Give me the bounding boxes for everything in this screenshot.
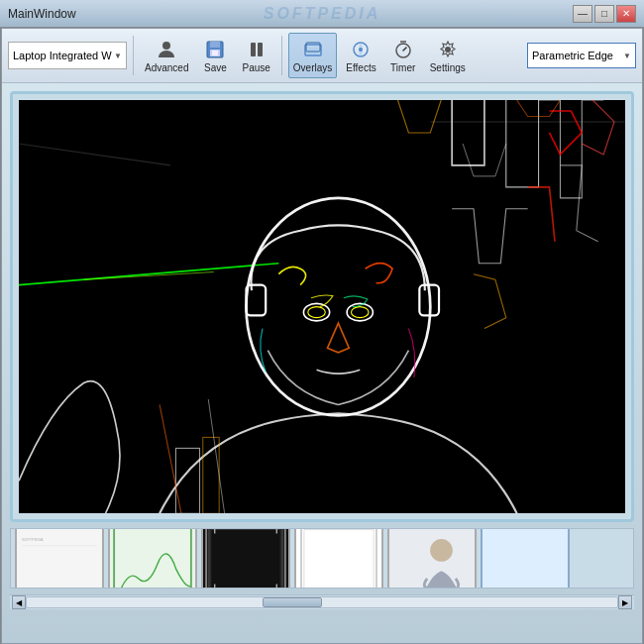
thumbnail-3[interactable] [201, 528, 290, 589]
svg-text:SOFTPEDIA: SOFTPEDIA [22, 538, 44, 542]
svg-point-0 [162, 42, 170, 50]
watermark: SOFTPEDIA [264, 5, 381, 23]
content-area: SOFTPEDIA [2, 83, 642, 617]
svg-line-14 [403, 48, 406, 51]
device-dropdown-arrow: ▼ [114, 52, 122, 60]
settings-label: Settings [430, 62, 466, 73]
scroll-right-button[interactable]: ▶ [618, 595, 632, 609]
thumbnail-2[interactable] [108, 528, 197, 589]
effects-icon [350, 39, 372, 60]
pause-button[interactable]: Pause [237, 33, 274, 78]
scrollbar-thumb[interactable] [263, 597, 322, 607]
effects-button[interactable]: Effects [341, 33, 380, 78]
toolbar: Laptop Integrated W ▼ Advanced [2, 29, 642, 83]
svg-point-11 [359, 48, 363, 52]
svg-rect-42 [296, 528, 380, 589]
video-container [10, 91, 634, 522]
window-title: MainWindow [8, 7, 76, 21]
edge-detection-canvas [19, 100, 625, 513]
pause-label: Pause [242, 62, 269, 73]
thumbnail-6[interactable] [481, 528, 570, 589]
effect-dropdown-label: Parametric Edge [532, 50, 613, 61]
effect-dropdown-arrow: ▼ [623, 52, 631, 60]
toolbar-separator-2 [281, 36, 282, 75]
maximize-button[interactable]: □ [594, 5, 614, 23]
pause-icon [246, 39, 268, 60]
timer-icon [392, 39, 414, 60]
svg-point-46 [430, 539, 453, 562]
settings-icon [437, 39, 459, 60]
svg-rect-17 [19, 100, 625, 513]
person-icon [156, 39, 177, 60]
close-button[interactable]: ✕ [616, 5, 636, 23]
thumbnails-strip: SOFTPEDIA [10, 528, 634, 589]
scroll-left-button[interactable]: ◀ [12, 595, 26, 609]
thumbnail-1[interactable]: SOFTPEDIA [15, 528, 104, 589]
thumbnail-5[interactable] [387, 528, 477, 589]
save-icon [204, 39, 226, 60]
svg-rect-4 [212, 51, 218, 55]
toolbar-separator-1 [133, 36, 134, 75]
svg-rect-38 [203, 528, 287, 589]
overlays-label: Overlays [293, 62, 332, 73]
svg-rect-2 [210, 42, 220, 48]
svg-point-16 [445, 47, 451, 53]
timer-button[interactable]: Timer [385, 33, 421, 78]
advanced-label: Advanced [145, 62, 188, 73]
effects-label: Effects [346, 62, 376, 73]
advanced-button[interactable]: Advanced [140, 33, 193, 78]
video-frame [19, 100, 625, 513]
device-dropdown[interactable]: Laptop Integrated W ▼ [8, 42, 127, 69]
scrollbar-track[interactable] [26, 596, 618, 608]
save-button[interactable]: Save [197, 33, 233, 78]
thumbnail-4[interactable] [294, 528, 383, 589]
svg-rect-47 [483, 528, 567, 589]
settings-button[interactable]: Settings [425, 33, 471, 78]
effect-dropdown[interactable]: Parametric Edge ▼ [527, 43, 636, 68]
save-label: Save [204, 62, 227, 73]
svg-rect-5 [251, 43, 256, 56]
main-window: Laptop Integrated W ▼ Advanced [1, 28, 643, 644]
device-label: Laptop Integrated W [13, 50, 112, 61]
timer-label: Timer [390, 62, 415, 73]
overlays-button[interactable]: Overlays [288, 33, 337, 78]
window-controls: — □ ✕ [573, 5, 636, 23]
scrollbar-area: ◀ ▶ [10, 594, 634, 609]
svg-rect-6 [258, 43, 263, 56]
overlays-icon [302, 39, 324, 60]
title-bar: MainWindow SOFTPEDIA — □ ✕ [0, 0, 644, 28]
minimize-button[interactable]: — [573, 5, 592, 23]
